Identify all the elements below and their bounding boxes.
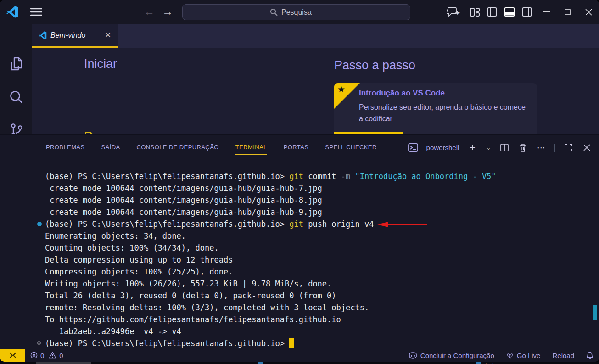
command-decoration-icon[interactable] [37, 222, 42, 226]
error-count: 0 [40, 352, 44, 359]
terminal-line: To https://github.com/felipesantanafs/fe… [45, 314, 587, 325]
terminal-line: 1ab2aeb..a29496e v4 -> v4 [45, 325, 587, 337]
terminal-dropdown-icon[interactable]: ⌄ [485, 142, 492, 154]
welcome-page: Iniciar Novo Arquivo... [32, 48, 599, 134]
search-box[interactable] [182, 4, 410, 20]
nav-back-icon[interactable]: ← [142, 5, 156, 19]
terminal-line: create mode 100644 content/imagens/guia-… [45, 182, 587, 194]
bottom-panel: PROBLEMAS SAÍDA CONSOLE DE DEPURAÇÃO TER… [0, 134, 599, 349]
annotation-arrow-icon [375, 221, 430, 228]
terminal-shell-icon [407, 142, 419, 154]
tab-strip: Bem-vindo ✕ ⋯ [32, 24, 599, 48]
walkthrough-title: Introdução ao VS Code [359, 89, 445, 98]
tab-ports[interactable]: PORTAS [284, 141, 309, 155]
walkthrough-card[interactable]: ★ Introdução ao VS Code Personalize seu … [334, 83, 537, 134]
background-fragment [36, 362, 91, 364]
walkthroughs-heading: Passo a passo [334, 58, 415, 73]
new-terminal-icon[interactable]: + [466, 142, 478, 154]
status-bar: 0 0 Concluir a Configuração [0, 349, 599, 362]
file-icon [258, 362, 263, 364]
command-decoration-icon[interactable] [37, 341, 41, 345]
close-panel-icon[interactable] [581, 142, 593, 154]
bell-icon [586, 352, 593, 359]
terminal-line: Enumerating objects: 34, done. [45, 230, 587, 242]
vscode-file-icon [39, 31, 47, 39]
go-live-label: Go Live [517, 352, 541, 359]
panel-tabs: PROBLEMAS SAÍDA CONSOLE DE DEPURAÇÃO TER… [46, 135, 377, 160]
close-button[interactable] [578, 0, 599, 24]
warning-count: 0 [59, 352, 63, 359]
notifications-button[interactable] [582, 349, 594, 362]
remote-indicator[interactable] [0, 349, 25, 362]
terminal-cursor [289, 338, 294, 348]
maximize-panel-icon[interactable] [562, 142, 574, 154]
maximize-button[interactable] [557, 0, 578, 24]
start-heading: Iniciar [84, 57, 117, 71]
minimize-button[interactable] [536, 0, 557, 24]
terminal-line: Writing objects: 100% (26/26), 557.23 Ki… [45, 278, 587, 290]
tab-terminal[interactable]: TERMINAL [235, 141, 267, 155]
shell-label[interactable]: powershell [426, 144, 459, 151]
terminal-line: create mode 100644 content/imagens/guia-… [45, 206, 587, 218]
terminal-line: Total 26 (delta 3), reused 0 (delta 0), … [45, 290, 587, 302]
terminal-line: remote: Resolving deltas: 100% (3/3), co… [45, 302, 587, 314]
search-view-icon[interactable] [8, 89, 24, 106]
terminal-line: create mode 100644 content/imagens/guia-… [45, 194, 587, 206]
toggle-panel-icon[interactable] [501, 0, 518, 24]
terminal-line: Counting objects: 100% (34/34), done. [45, 242, 587, 254]
nav-forward-icon[interactable]: → [161, 5, 174, 19]
new-file-icon [84, 131, 95, 134]
separator: | [554, 143, 556, 152]
tab-problems[interactable]: PROBLEMAS [46, 141, 85, 155]
kill-terminal-icon[interactable] [517, 142, 529, 154]
tab-spell-checker[interactable]: SPELL CHECKER [325, 141, 376, 155]
reload-button[interactable]: Reload [549, 349, 578, 362]
panel-more-actions-icon[interactable]: ⋯ [535, 142, 547, 154]
finish-setup-label: Concluir a Configuração [420, 352, 494, 359]
terminal-line: Delta compression using up to 12 threads [45, 254, 587, 266]
terminal-line: (base) PS C:\Users\felip\felipesantanafs… [45, 337, 587, 349]
background-fragment: guia [258, 362, 275, 364]
terminal-output[interactable]: (base) PS C:\Users\felip\felipesantanafs… [45, 170, 587, 349]
menu-icon[interactable] [30, 8, 42, 16]
title-bar: ← → ⌄ [0, 0, 599, 24]
tab-label: Bem-vindo [50, 31, 99, 39]
vscode-logo-icon [6, 6, 18, 18]
search-icon [270, 8, 278, 16]
copilot-status-icon [409, 352, 417, 359]
tab-welcome[interactable]: Bem-vindo ✕ [32, 24, 118, 48]
toggle-primary-sidebar-icon[interactable] [483, 0, 501, 24]
problems-status[interactable]: 0 0 [30, 349, 63, 362]
scroll-mark [593, 305, 597, 320]
new-file-link[interactable]: Novo Arquivo... [84, 130, 159, 134]
chevron-down-icon: ⌄ [456, 9, 461, 15]
error-icon [30, 352, 38, 359]
remote-icon [9, 352, 17, 358]
toggle-secondary-sidebar-icon[interactable] [518, 0, 536, 24]
file-icon [476, 362, 481, 364]
tab-debug-console[interactable]: CONSOLE DE DEPURAÇÃO [137, 141, 219, 155]
tab-close-icon[interactable]: ✕ [103, 30, 113, 40]
terminal-line: (base) PS C:\Users\felip\felipesantanafs… [45, 218, 587, 230]
screen: ← → ⌄ [0, 0, 599, 364]
background-fragment: deploy [476, 362, 498, 364]
split-terminal-icon[interactable] [498, 142, 510, 154]
fragment-label: deploy [484, 362, 498, 364]
fragment-label: guia [266, 362, 275, 364]
tab-output[interactable]: SAÍDA [101, 141, 120, 155]
broadcast-icon [506, 352, 514, 359]
terminal-line: (base) PS C:\Users\felip\felipesantanafs… [45, 170, 587, 182]
star-icon: ★ [337, 84, 345, 95]
reload-label: Reload [552, 352, 574, 359]
search-input[interactable] [281, 8, 323, 17]
customize-layout-icon[interactable] [466, 0, 483, 24]
go-live-button[interactable]: Go Live [503, 349, 544, 362]
copilot-icon[interactable]: ⌄ [442, 0, 466, 24]
warning-icon [49, 352, 56, 359]
explorer-icon[interactable] [8, 56, 24, 73]
background-window-sliver: guia deploy [0, 362, 599, 364]
vscode-window: ← → ⌄ [0, 0, 599, 362]
walkthrough-description: Personalize seu editor, aprenda o básico… [359, 101, 530, 124]
finish-setup-button[interactable]: Concluir a Configuração [405, 349, 498, 362]
terminal-line: Compressing objects: 100% (25/25), done. [45, 266, 587, 278]
